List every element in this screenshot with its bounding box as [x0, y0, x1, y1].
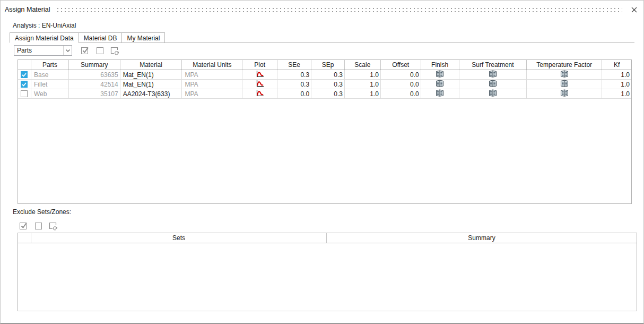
- cell-parts[interactable]: Base: [31, 70, 69, 79]
- cell-offset[interactable]: 0.0: [381, 80, 421, 89]
- refresh-selection-button[interactable]: [48, 221, 58, 231]
- cell-parts[interactable]: Web: [31, 89, 69, 98]
- col-kf[interactable]: Kf: [602, 60, 631, 70]
- col-surf-treatment[interactable]: Surf Treatment: [459, 60, 527, 70]
- cell-surf-treatment[interactable]: [459, 89, 527, 98]
- tab-bar: Assign Material Data Material DB My Mate…: [10, 32, 634, 43]
- table-edit-icon[interactable]: [489, 80, 497, 89]
- col-sep[interactable]: SEp: [311, 60, 345, 70]
- analysis-label: Analysis : EN-UniAxial: [13, 22, 76, 29]
- col-material[interactable]: Material: [120, 60, 182, 70]
- cell-surf-treatment[interactable]: [459, 80, 527, 89]
- cell-parts[interactable]: Fillet: [31, 80, 69, 89]
- col-sets[interactable]: Sets: [31, 233, 327, 243]
- drag-handle-dots[interactable]: [57, 8, 622, 12]
- titlebar: Assign Material: [5, 4, 638, 15]
- cell-kf[interactable]: 1.0: [602, 70, 631, 79]
- cell-plot[interactable]: [242, 80, 277, 89]
- table-edit-icon[interactable]: [560, 70, 569, 79]
- cell-summary: 42514: [69, 80, 120, 89]
- tab-material-db[interactable]: Material DB: [79, 32, 123, 43]
- col-check: [18, 233, 31, 243]
- sets-table-header: Sets Summary: [18, 233, 637, 243]
- cell-summary: 35107: [69, 89, 120, 98]
- col-summary[interactable]: Summary: [327, 233, 637, 243]
- cell-scale[interactable]: 1.0: [345, 70, 381, 79]
- select-all-button[interactable]: [80, 46, 90, 55]
- exclude-toolbar: [19, 220, 58, 231]
- col-finish[interactable]: Finish: [421, 60, 459, 70]
- table-edit-icon[interactable]: [489, 89, 497, 98]
- assign-material-dialog: Assign Material Analysis : EN-UniAxial A…: [0, 0, 644, 324]
- exclude-sets-zones-label: Exclude Sets/Zones:: [13, 208, 71, 216]
- close-icon[interactable]: [630, 5, 638, 14]
- chevron-down-icon: [63, 46, 72, 55]
- col-parts[interactable]: Parts: [31, 60, 69, 70]
- table-edit-icon[interactable]: [489, 70, 497, 79]
- plot-icon[interactable]: [255, 70, 265, 79]
- cell-offset[interactable]: 0.0: [381, 89, 421, 98]
- group-by-value: Parts: [14, 46, 63, 55]
- cell-plot[interactable]: [242, 70, 277, 79]
- col-scale[interactable]: Scale: [345, 60, 381, 70]
- cell-offset[interactable]: 0.0: [381, 70, 421, 79]
- materials-table: Parts Summary Material Material Units Pl…: [18, 59, 632, 204]
- cell-finish[interactable]: [421, 80, 459, 89]
- cell-finish[interactable]: [421, 89, 459, 98]
- row-checkbox[interactable]: [21, 81, 28, 88]
- col-temperature-factor[interactable]: Temperature Factor: [527, 60, 602, 70]
- cell-surf-treatment[interactable]: [459, 70, 527, 79]
- col-see[interactable]: SEe: [277, 60, 311, 70]
- table-edit-icon[interactable]: [436, 89, 444, 98]
- table-row: Base 63635 Mat_EN(1) MPA 0.3 0.3 1.0 0.0…: [18, 70, 631, 80]
- cell-see[interactable]: 0.3: [277, 70, 311, 79]
- cell-temperature-factor[interactable]: [527, 89, 602, 98]
- cell-scale[interactable]: 1.0: [345, 89, 381, 98]
- cell-kf[interactable]: 1.0: [602, 89, 631, 98]
- cell-units: MPA: [182, 80, 242, 89]
- cell-material[interactable]: Mat_EN(1): [120, 80, 182, 89]
- refresh-selection-button[interactable]: [110, 46, 120, 55]
- clear-all-button[interactable]: [33, 221, 43, 231]
- cell-material[interactable]: AA2024-T3(633): [120, 89, 182, 98]
- row-checkbox[interactable]: [21, 90, 28, 97]
- cell-sep[interactable]: 0.3: [311, 80, 345, 89]
- cell-kf[interactable]: 1.0: [602, 80, 631, 89]
- table-row: Fillet 42514 Mat_EN(1) MPA 0.3 0.3 1.0 0…: [18, 80, 631, 89]
- table-edit-icon[interactable]: [436, 70, 444, 79]
- exclude-sets-table: Sets Summary: [18, 233, 637, 311]
- col-plot[interactable]: Plot: [242, 60, 277, 70]
- cell-units: MPA: [182, 89, 242, 98]
- cell-sep[interactable]: 0.3: [311, 89, 345, 98]
- cell-scale[interactable]: 1.0: [345, 80, 381, 89]
- group-by-select[interactable]: Parts: [14, 45, 72, 56]
- col-check: [18, 60, 31, 70]
- dialog-title: Assign Material: [5, 6, 50, 13]
- row-checkbox[interactable]: [21, 71, 28, 78]
- tab-my-material[interactable]: My Material: [121, 32, 165, 43]
- materials-table-header: Parts Summary Material Material Units Pl…: [18, 60, 631, 70]
- cell-temperature-factor[interactable]: [527, 80, 602, 89]
- cell-finish[interactable]: [421, 70, 459, 79]
- cell-summary: 63635: [69, 70, 120, 79]
- plot-icon[interactable]: [255, 89, 265, 98]
- cell-plot[interactable]: [242, 89, 277, 98]
- col-material-units[interactable]: Material Units: [182, 60, 242, 70]
- plot-icon[interactable]: [255, 80, 265, 89]
- cell-temperature-factor[interactable]: [527, 70, 602, 79]
- cell-material[interactable]: Mat_EN(1): [120, 70, 182, 79]
- col-summary[interactable]: Summary: [69, 60, 120, 70]
- cell-units: MPA: [182, 70, 242, 79]
- table-row: Web 35107 AA2024-T3(633) MPA 0.0 0.3 1.0…: [18, 89, 631, 99]
- table-edit-icon[interactable]: [560, 80, 569, 89]
- table-edit-icon[interactable]: [436, 80, 444, 89]
- parts-toolbar: Parts: [14, 45, 120, 56]
- col-offset[interactable]: Offset: [381, 60, 421, 70]
- clear-all-button[interactable]: [95, 46, 105, 55]
- select-all-button[interactable]: [19, 221, 29, 231]
- cell-see[interactable]: 0.3: [277, 80, 311, 89]
- table-edit-icon[interactable]: [560, 89, 569, 98]
- cell-see[interactable]: 0.0: [277, 89, 311, 98]
- cell-sep[interactable]: 0.3: [311, 70, 345, 79]
- tab-assign-material-data[interactable]: Assign Material Data: [10, 32, 79, 43]
